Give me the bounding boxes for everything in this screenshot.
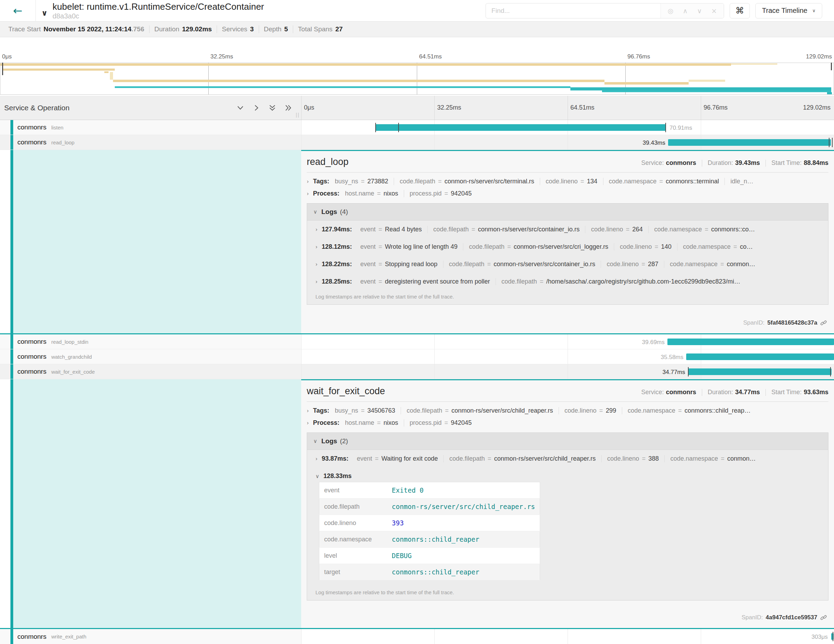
collapse-all-icon[interactable] [268, 104, 276, 112]
log-marker [665, 123, 666, 132]
span-bar[interactable] [668, 139, 831, 146]
span-row-write-exit-path[interactable]: conmonrs write_exit_path 303μs [0, 629, 834, 644]
trace-duration: Duration 129.02ms [150, 25, 217, 33]
collapse-one-icon[interactable] [236, 104, 244, 112]
span-bar[interactable] [375, 124, 666, 131]
tag-chip: busy_ns=34506763 [335, 407, 401, 414]
trace-id: d8a3a0c [53, 12, 264, 20]
span-name-cell[interactable]: conmonrs read_loop_stdin [0, 334, 301, 349]
log-chip: event=Waiting for exit code [351, 455, 443, 463]
depth-label: Depth [264, 25, 282, 33]
prev-match-icon[interactable]: ∧ [683, 7, 688, 15]
trace-title-block: kubelet: runtime.v1.RuntimeService/Creat… [53, 2, 264, 20]
span-name-cell[interactable]: conmonrs listen [0, 120, 301, 135]
process-accordion[interactable]: › Process: host.name=nixos process.pid=9… [307, 417, 828, 429]
span-name-cell[interactable]: conmonrs watch_grandchild [0, 350, 301, 364]
match-highlight-icon[interactable]: ◎ [668, 7, 674, 15]
chevron-down-icon: ∨ [314, 438, 317, 444]
log-eq: = [378, 243, 382, 251]
divider [702, 389, 702, 396]
span-name-cell[interactable]: conmonrs wait_for_exit_code [0, 364, 301, 379]
next-match-icon[interactable]: ∨ [697, 7, 702, 15]
span-row-wait-for-exit-code[interactable]: conmonrs wait_for_exit_code 34.77ms [0, 364, 834, 379]
expand-collapse-controls [236, 104, 301, 112]
log-entry-expanded[interactable]: ∨ 128.33ms [307, 467, 828, 481]
back-button[interactable]: ← [0, 0, 36, 21]
span-id-label: SpanID: [743, 319, 764, 326]
expand-all-icon[interactable] [284, 104, 292, 112]
log-key: event [360, 243, 376, 251]
log-key: event [360, 278, 376, 285]
page-title: kubelet: runtime.v1.RuntimeService/Creat… [53, 2, 264, 12]
trace-minimap: 0μs 32.25ms 64.51ms 96.76ms 129.02ms [0, 37, 834, 95]
span-timeline-cell[interactable]: 303μs [301, 629, 834, 644]
span-id-value: 4a947cfd1ce59537 [766, 614, 817, 621]
tag-key: code.namespace [609, 178, 657, 185]
chevron-down-icon[interactable]: ∨ [41, 9, 48, 18]
indent-guide [10, 364, 13, 379]
tag-eq: = [445, 407, 449, 414]
span-row-read-loop-stdin[interactable]: conmonrs read_loop_stdin 39.69ms [0, 334, 834, 350]
process-chip: host.name=nixos [345, 419, 404, 427]
minimap-left-handle [2, 63, 3, 75]
process-accordion[interactable]: › Process: host.name=nixos process.pid=9… [307, 188, 828, 200]
tag-key: code.filepath [399, 178, 435, 185]
process-chip: process.pid=942045 [404, 190, 477, 197]
search-input[interactable] [486, 3, 661, 18]
tags-accordion[interactable]: › Tags: busy_ns=273882 code.filepath=con… [307, 175, 828, 188]
log-key: code.namespace [670, 455, 718, 463]
span-service: conmonrs [18, 368, 46, 375]
deep-link-icon[interactable] [820, 319, 827, 326]
span-timeline-cell[interactable]: 39.69ms [301, 334, 834, 349]
log-timestamp: 128.33ms [323, 472, 352, 480]
log-value: co… [740, 243, 753, 251]
log-entry[interactable]: › 128.22ms: event=Stopping read loop cod… [307, 256, 828, 273]
span-timeline-cell[interactable]: 35.58ms [301, 350, 834, 364]
span-id-row: SpanID: 5faf48165428c37a [307, 317, 828, 330]
span-row-watch-grandchild[interactable]: conmonrs watch_grandchild 35.58ms [0, 350, 834, 364]
span-duration-label: 303μs [811, 634, 828, 640]
span-timeline-cell[interactable]: 39.43ms [301, 135, 834, 150]
log-entry[interactable]: › 93.87ms: event=Waiting for exit code c… [307, 450, 828, 467]
log-eq: = [488, 455, 491, 463]
log-entry[interactable]: › 128.12ms: event=Wrote log line of leng… [307, 238, 828, 256]
tag-value: conmon-rs/server/src/terminal.rs [444, 178, 534, 185]
span-id-value: 5faf48165428c37a [767, 319, 817, 326]
process-value: nixos [384, 419, 398, 427]
detail-highlight-column [13, 379, 301, 628]
logs-accordion-header[interactable]: ∨ Logs (2) [307, 433, 828, 450]
span-bar[interactable] [686, 353, 834, 360]
column-resizer[interactable]: || [296, 112, 300, 118]
deep-link-icon[interactable] [820, 614, 827, 621]
span-name-cell[interactable]: conmonrs read_loop [0, 135, 301, 150]
log-eq: = [540, 278, 544, 285]
field-key: code.lineno [319, 515, 387, 531]
chevron-right-icon: › [307, 420, 309, 426]
span-row-listen[interactable]: conmonrs listen 70.91ms [0, 120, 834, 135]
view-type-select[interactable]: Trace Timeline ∨ [755, 3, 822, 18]
table-row: code.filepathconmon-rs/server/src/child_… [319, 498, 540, 515]
span-name-cell[interactable]: conmonrs write_exit_path [0, 629, 301, 644]
keyboard-shortcuts-button[interactable]: ⌘ [730, 3, 750, 18]
span-service: conmonrs [18, 633, 46, 641]
log-entry[interactable]: › 128.25ms: event=deregistering event so… [307, 273, 828, 290]
service-label: Service: [641, 388, 664, 396]
expand-one-icon[interactable] [252, 104, 260, 112]
span-bar[interactable] [688, 369, 832, 375]
log-chip: event=Read 4 bytes [355, 226, 427, 233]
clear-search-icon[interactable]: × [711, 7, 717, 15]
logs-section: ∨ Logs (2) › 93.87ms: event=Waiting for … [307, 432, 828, 600]
process-eq: = [444, 419, 448, 427]
log-entry[interactable]: › 127.94ms: event=Read 4 bytes code.file… [307, 220, 828, 238]
span-timeline-cell[interactable]: 34.77ms [301, 364, 834, 379]
minimap-tick: 129.02ms [806, 53, 832, 60]
minimap-canvas[interactable] [0, 63, 834, 95]
tags-accordion[interactable]: › Tags: busy_ns=34506763 code.filepath=c… [307, 405, 828, 417]
span-row-read-loop[interactable]: conmonrs read_loop 39.43ms [0, 135, 834, 150]
span-timeline-cell[interactable]: 70.91ms [301, 120, 834, 135]
span-duration-label: 39.43ms [643, 139, 665, 146]
tag-chip: code.lineno=134 [540, 178, 603, 185]
tag-key: busy_ns [335, 178, 358, 185]
span-bar[interactable] [668, 338, 834, 345]
logs-accordion-header[interactable]: ∨ Logs (4) [307, 204, 828, 220]
